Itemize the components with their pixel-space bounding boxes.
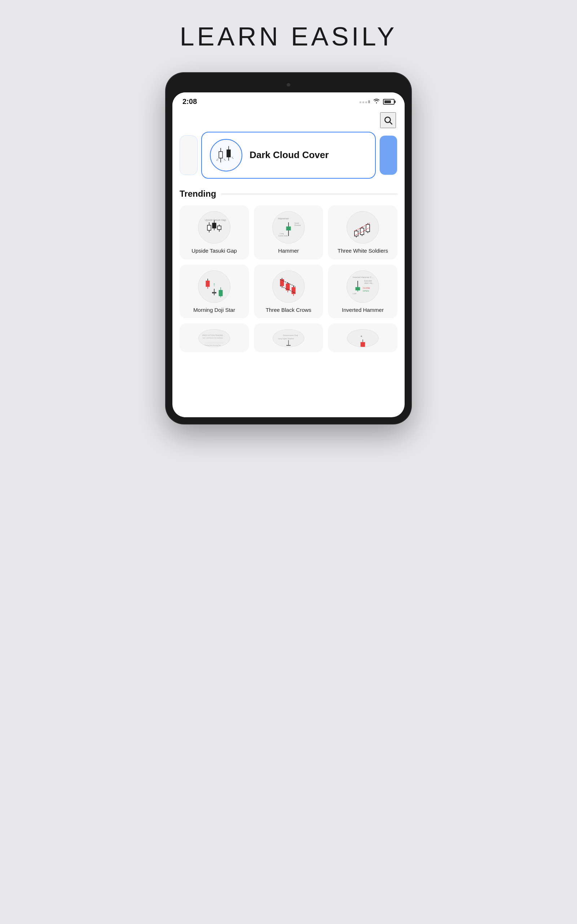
svg-text:upper wig...: upper wig... [364, 282, 374, 284]
section-divider [221, 194, 397, 194]
search-button[interactable] [380, 112, 396, 128]
pattern-card-upside-tasuki-gap[interactable]: Upside Tasuki Gap [180, 205, 249, 260]
morning-doji-star-icon: ↑ [198, 270, 230, 303]
pattern-card-hammer[interactable]: Hammer Upper Shadow Long Lower bod [254, 205, 323, 260]
svg-text:Upside Tasuki Gap: Upside Tasuki Gap [205, 219, 226, 221]
partial-pattern-row: PRICE ACTION TRADING THE 5 DIPPINGS TOD … [180, 323, 397, 352]
svg-rect-19 [213, 223, 216, 228]
signal-dot-4 [368, 100, 370, 103]
svg-text:Shadow: Shadow [294, 224, 301, 226]
carousel-card-right[interactable] [379, 135, 397, 175]
hammer-label: Hammer [278, 247, 299, 254]
svg-text:Hammer: Hammer [278, 217, 289, 220]
svg-rect-3 [219, 152, 222, 158]
hammer-icon: Hammer Upper Shadow Long Lower bod [272, 211, 305, 244]
signal-dots [359, 100, 370, 103]
morning-doji-star-label: Morning Doji Star [193, 307, 235, 313]
svg-rect-48 [219, 290, 222, 296]
svg-line-12 [232, 157, 233, 158]
pattern-card-morning-doji-star[interactable]: ↑ Morning Doji Star [180, 265, 249, 319]
tablet-top-bar [172, 79, 405, 90]
camera-indicator [287, 83, 290, 87]
svg-line-1 [390, 122, 392, 124]
signal-dot-2 [363, 102, 364, 103]
carousel-card-left[interactable] [180, 135, 198, 175]
svg-rect-28 [286, 227, 291, 230]
svg-rect-76 [286, 345, 291, 346]
svg-rect-16 [207, 225, 211, 230]
partial-card-3[interactable]: + [328, 323, 397, 352]
three-white-soldiers-label: Three White Soldiers [338, 247, 388, 254]
section-header: Trending [180, 189, 397, 199]
svg-rect-64 [356, 287, 360, 290]
inverted-hammer-icon: Inverted Hammer C... Extended upper wig.… [347, 270, 379, 303]
svg-rect-10 [227, 150, 230, 157]
svg-line-5 [217, 159, 218, 160]
svg-rect-22 [218, 226, 221, 229]
svg-text:Lower body: Lower body [279, 234, 288, 237]
signal-dot-3 [365, 102, 367, 103]
three-white-soldiers-icon [347, 211, 379, 244]
signal-dot-1 [359, 102, 361, 103]
svg-rect-39 [366, 225, 370, 232]
trending-title: Trending [180, 189, 216, 199]
status-icons [359, 98, 395, 105]
svg-text:y pts: y pts [353, 292, 357, 294]
svg-text:+: + [360, 334, 363, 338]
svg-text:OPEN: OPEN [363, 290, 369, 292]
battery-icon [383, 99, 395, 105]
svg-rect-79 [361, 342, 365, 347]
upside-tasuki-gap-label: Upside Tasuki Gap [192, 247, 237, 254]
featured-card[interactable]: Dark Cloud Cover [201, 132, 376, 179]
wifi-icon [373, 98, 380, 105]
pattern-card-inverted-hammer[interactable]: Inverted Hammer C... Extended upper wig.… [328, 265, 397, 319]
pattern-card-three-black-crows[interactable]: Three Black Crows [254, 265, 323, 319]
battery-fill [384, 100, 391, 103]
svg-text:PRICE ACTION TRADING: PRICE ACTION TRADING [202, 334, 223, 336]
svg-text:Inverted Hammer C...: Inverted Hammer C... [353, 276, 374, 278]
svg-text:THE 5 DIPPINGS TOD SWINGS...: THE 5 DIPPINGS TOD SWINGS... [202, 337, 224, 339]
svg-text:Morning Star    Evening Star: Morning Star Evening Star [205, 344, 221, 346]
page-wrapper: LEARN EASILY 2:08 [144, 22, 433, 424]
app-content: Dark Cloud Cover Trending [172, 109, 405, 360]
svg-line-6 [216, 160, 218, 161]
svg-line-7 [224, 159, 225, 160]
svg-line-8 [225, 160, 226, 161]
status-bar: 2:08 [172, 92, 405, 109]
svg-rect-58 [292, 287, 295, 294]
svg-text:CLOSE: CLOSE [363, 287, 370, 289]
pattern-grid: Upside Tasuki Gap [180, 205, 397, 318]
featured-carousel: Dark Cloud Cover [180, 132, 397, 179]
search-row [180, 109, 397, 132]
featured-icon-circle [210, 139, 242, 171]
svg-rect-45 [213, 292, 216, 293]
pattern-card-three-white-soldiers[interactable]: Three White Soldiers [328, 205, 397, 260]
three-black-crows-icon [272, 270, 305, 303]
three-black-crows-label: Three Black Crows [266, 307, 311, 313]
tablet-frame: 2:08 [166, 73, 411, 424]
partial-card-2[interactable]: Gravestone Doji Long Upper Shadow [254, 323, 323, 352]
svg-rect-42 [206, 281, 210, 287]
svg-text:Long Upper Shadow: Long Upper Shadow [278, 338, 294, 340]
partial-card-1[interactable]: PRICE ACTION TRADING THE 5 DIPPINGS TOD … [180, 323, 249, 352]
svg-line-13 [233, 158, 233, 159]
featured-card-title: Dark Cloud Cover [250, 149, 329, 162]
status-time: 2:08 [182, 97, 197, 106]
upside-tasuki-gap-icon: Upside Tasuki Gap [198, 211, 230, 244]
inverted-hammer-label: Inverted Hammer [342, 307, 384, 313]
svg-text:↑: ↑ [213, 281, 216, 287]
page-headline: LEARN EASILY [180, 22, 397, 51]
svg-text:Gravestone Doji: Gravestone Doji [283, 334, 298, 336]
tablet-screen: 2:08 [172, 92, 405, 417]
